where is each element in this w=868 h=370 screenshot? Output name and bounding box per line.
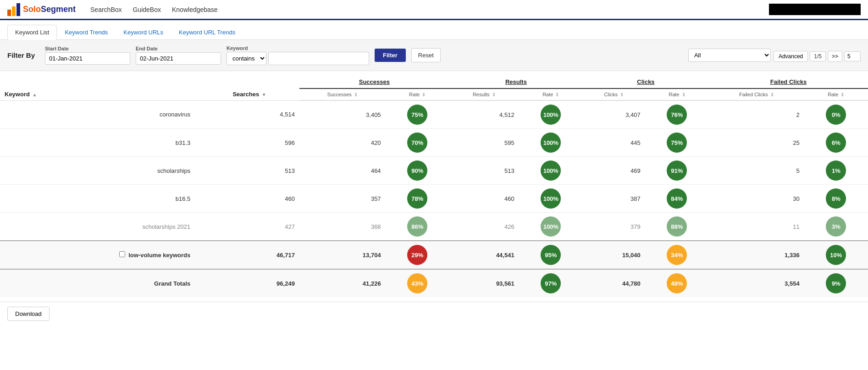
low-volume-row: low-volume keywords 46,717 13,704 29% 44… [0,241,868,269]
cell-keyword-0: coronavirus [0,100,199,129]
grand-totals-successes-rate-badge: 43% [407,273,427,293]
cell-results-0: 4,512 [449,100,519,129]
filter-bar: Filter By Start Date End Date Keyword co… [0,40,868,71]
grand-totals-failed-clicks-rate: 9% [804,269,868,297]
cell-failed-clicks-3: 30 [709,185,804,213]
tab-keyword-trends[interactable]: Keyword Trends [57,25,116,39]
start-date-label: Start Date [45,46,130,51]
low-volume-clicks-rate-badge: 34% [667,245,687,265]
keyword-condition-select[interactable]: contains [227,52,266,65]
keyword-text-input[interactable] [268,52,369,65]
low-volume-successes: 13,704 [299,241,386,269]
download-button[interactable]: Download [7,307,50,321]
badge-clicks-rate-3: 84% [667,188,687,209]
keyword-table: Keyword ▲ Searches ▼ Successes Results C… [0,76,868,297]
filter-label: Filter By [7,51,39,59]
nav-guidebox[interactable]: GuideBox [133,6,161,13]
cell-searches-1: 596 [199,129,299,157]
grand-totals-results-rate-badge: 97% [541,273,561,293]
col-header-successes-count[interactable]: Successes ⇕ [299,88,386,100]
keyword-group: Keyword contains [227,45,369,65]
tab-bar: Keyword List Keyword Trends Keyword URLs… [0,20,868,40]
cell-clicks-rate-4: 88% [645,213,709,241]
badge-clicks-rate-2: 91% [667,160,687,181]
cell-failed-clicks-rate-4: 3% [804,213,868,241]
tab-keyword-list[interactable]: Keyword List [7,25,57,40]
cell-successes-rate-0: 75% [386,100,449,129]
badge-successes-rate-4: 86% [407,216,427,237]
section-header-results[interactable]: Results [449,76,583,88]
advanced-button[interactable]: Advanced [774,51,808,62]
cell-results-rate-4: 100% [519,213,583,241]
col-header-failed-clicks-count[interactable]: Failed Clicks ⇕ [709,88,804,100]
cell-failed-clicks-rate-1: 6% [804,129,868,157]
col-header-successes-rate[interactable]: Rate ⇕ [386,88,449,100]
cell-clicks-rate-3: 84% [645,185,709,213]
low-volume-clicks-rate: 34% [645,241,709,269]
searches-sort-icon: ▼ [262,92,266,97]
reset-button[interactable]: Reset [411,48,441,62]
table-row: b31.3 596 420 70% 595 100% 445 75% 25 6% [0,129,868,157]
svg-rect-2 [17,3,20,16]
page-info: 1/5 [810,51,826,61]
badge-clicks-rate-4: 88% [667,216,687,237]
badge-successes-rate-3: 78% [407,188,427,209]
cell-keyword-3: b16.5 [0,185,199,213]
col-header-searches[interactable]: Searches ▼ [199,76,299,100]
badge-failed-clicks-rate-4: 3% [826,216,846,237]
section-header-successes[interactable]: Successes [299,76,449,88]
low-volume-results-rate: 95% [519,241,583,269]
col-header-keyword[interactable]: Keyword ▲ [0,76,199,100]
low-volume-results: 44,541 [449,241,519,269]
keyword-label: Keyword [227,45,369,51]
cell-failed-clicks-0: 2 [709,100,804,129]
filter-button[interactable]: Filter [375,49,406,62]
low-volume-checkbox[interactable] [119,251,125,257]
col-header-clicks-count[interactable]: Clicks ⇕ [583,88,645,100]
col-header-clicks-rate[interactable]: Rate ⇕ [645,88,709,100]
page-size-input[interactable] [844,51,861,61]
col-header-failed-clicks-rate[interactable]: Rate ⇕ [804,88,868,100]
end-date-input[interactable] [136,52,221,65]
table-row: scholarships 513 464 90% 513 100% 469 91… [0,157,868,185]
badge-results-rate-1: 100% [541,133,561,153]
start-date-input[interactable] [45,52,130,65]
low-volume-successes-rate-badge: 29% [407,245,427,265]
low-volume-failed-clicks-rate-badge: 10% [826,245,846,265]
grand-totals-clicks: 44,780 [583,269,645,297]
col-header-results-count[interactable]: Results ⇕ [449,88,519,100]
filter-right: All Advanced 1/5 >> [688,49,861,62]
next-page-button[interactable]: >> [828,51,842,62]
tab-keyword-url-trends[interactable]: Keyword URL Trends [171,25,243,39]
cell-keyword-4: scholarships 2021 [0,213,199,241]
keyword-sort-icon: ▲ [33,92,37,97]
badge-failed-clicks-rate-2: 1% [826,160,846,181]
table-row: coronavirus 4,514 3,405 75% 4,512 100% 3… [0,100,868,129]
cell-results-3: 460 [449,185,519,213]
low-volume-keyword: low-volume keywords [0,241,199,269]
logo-icon [7,3,20,16]
all-dropdown[interactable]: All [688,49,771,62]
data-table-container: Keyword ▲ Searches ▼ Successes Results C… [0,71,868,302]
start-date-group: Start Date [45,46,130,65]
logo-solo: Solo [23,5,41,14]
cell-successes-rate-1: 70% [386,129,449,157]
table-group-header-row: Keyword ▲ Searches ▼ Successes Results C… [0,76,868,88]
cell-searches-3: 460 [199,185,299,213]
section-header-clicks[interactable]: Clicks [583,76,709,88]
svg-rect-0 [7,10,11,16]
low-volume-searches: 46,717 [199,241,299,269]
table-body: coronavirus 4,514 3,405 75% 4,512 100% 3… [0,100,868,241]
section-header-failed-clicks[interactable]: Failed Clicks [709,76,868,88]
nav-searchbox[interactable]: SearchBox [90,6,122,13]
cell-failed-clicks-rate-3: 8% [804,185,868,213]
cell-successes-4: 368 [299,213,386,241]
badge-results-rate-2: 100% [541,160,561,181]
col-header-results-rate[interactable]: Rate ⇕ [519,88,583,100]
nav-knowledgebase[interactable]: Knowledgebase [172,6,218,13]
cell-clicks-0: 3,407 [583,100,645,129]
logo: SoloSegment [7,3,76,16]
cell-clicks-rate-2: 91% [645,157,709,185]
tab-keyword-urls[interactable]: Keyword URLs [116,25,171,39]
cell-clicks-4: 379 [583,213,645,241]
